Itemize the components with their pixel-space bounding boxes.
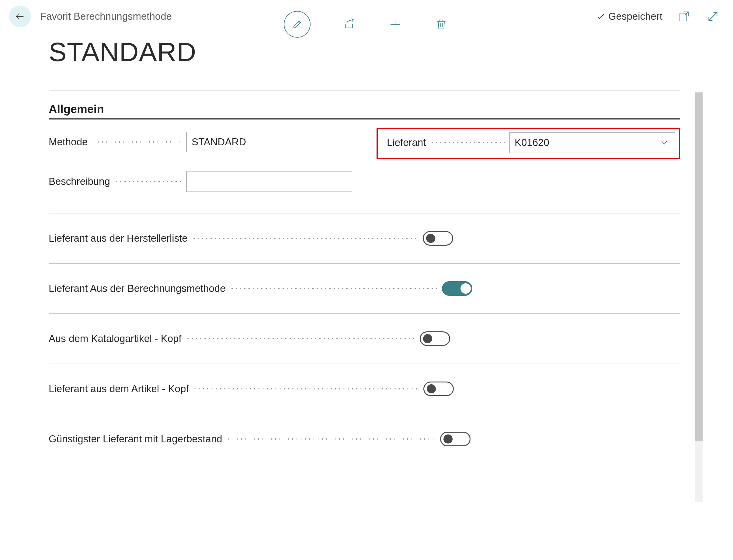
toggle-switch[interactable] [423,231,453,246]
arrow-left-icon [15,11,25,22]
dot-fill [226,437,436,441]
expand-button[interactable] [705,9,721,24]
toggle-knob [426,234,435,243]
methode-row: Methode [49,132,352,152]
open-new-icon [678,10,690,22]
toggle-row: Lieferant Aus der Berechnungsmethode [49,263,680,313]
plus-icon [389,18,401,30]
page-title: STANDARD [49,36,733,67]
dot-fill [230,286,438,291]
toggle-row: Lieferant aus dem Artikel - Kopf [49,364,680,414]
methode-input[interactable] [186,132,352,152]
toggle-label: Lieferant aus der Herstellerliste [49,233,188,244]
share-icon [343,18,355,30]
toggle-row: Günstigster Lieferant mit Lagerbestand [49,414,680,464]
beschreibung-input[interactable] [186,171,352,192]
header-right-actions: Gespeichert [596,9,721,24]
dot-fill [430,140,505,145]
pencil-icon [291,19,303,30]
toggle-row: Lieferant aus der Herstellerliste [49,213,680,263]
toggle-block: Lieferant aus der HerstellerlisteLiefera… [49,213,680,464]
add-button[interactable] [387,16,403,32]
methode-label: Methode [49,136,88,148]
toggle-label: Günstigster Lieferant mit Lagerbestand [49,433,222,445]
scrollbar[interactable] [695,92,703,502]
svg-line-8 [709,12,717,21]
dot-fill [92,140,182,144]
back-button[interactable] [9,5,31,27]
toggle-knob [427,384,436,393]
chevron-down-icon [660,138,669,147]
delete-button[interactable] [434,16,449,32]
section-title: Allgemein [49,103,680,116]
toggle-switch[interactable] [420,331,450,346]
lieferant-highlight-box: Lieferant K01620 [377,128,680,159]
page-header: Favorit Berechnungsmethode [0,0,733,30]
saved-label: Gespeichert [608,11,662,22]
beschreibung-label: Beschreibung [49,176,110,187]
toggle-label: Lieferant Aus der Berechnungsmethode [49,283,226,294]
toggle-switch[interactable] [424,382,454,396]
toggle-row: Aus dem Katalogartikel - Kopf [49,313,680,364]
expand-icon [707,10,719,22]
toggle-label: Aus dem Katalogartikel - Kopf [49,333,181,344]
saved-indicator[interactable]: Gespeichert [596,11,662,22]
scrollbar-thumb[interactable] [695,92,703,441]
check-icon [596,12,605,21]
general-field-grid: Methode Lieferant K01620 [49,132,680,192]
beschreibung-row: Beschreibung [49,171,352,192]
toggle-knob [444,434,453,444]
section-underline [49,118,680,119]
lieferant-label: Lieferant [387,137,426,148]
toggle-knob [423,334,432,343]
edit-button[interactable] [284,11,310,38]
dot-fill [114,179,182,184]
dot-fill [193,386,419,391]
breadcrumb: Favorit Berechnungsmethode [37,11,172,22]
toggle-switch[interactable] [440,432,471,446]
dot-fill [192,236,419,241]
content-scroll-area: Allgemein Methode Lieferant K01620 [49,90,692,560]
top-rule [49,90,680,91]
toggle-label: Lieferant aus dem Artikel - Kopf [49,383,188,395]
lieferant-select[interactable]: K01620 [510,132,675,153]
toggle-knob [461,283,471,294]
lieferant-row: Lieferant K01620 [387,132,675,153]
share-button[interactable] [341,16,357,32]
lieferant-value: K01620 [515,137,549,148]
dot-fill [186,336,416,341]
trash-icon [435,18,448,30]
open-new-window-button[interactable] [676,9,692,24]
toggle-switch[interactable] [442,281,472,296]
header-center-actions [284,11,449,38]
